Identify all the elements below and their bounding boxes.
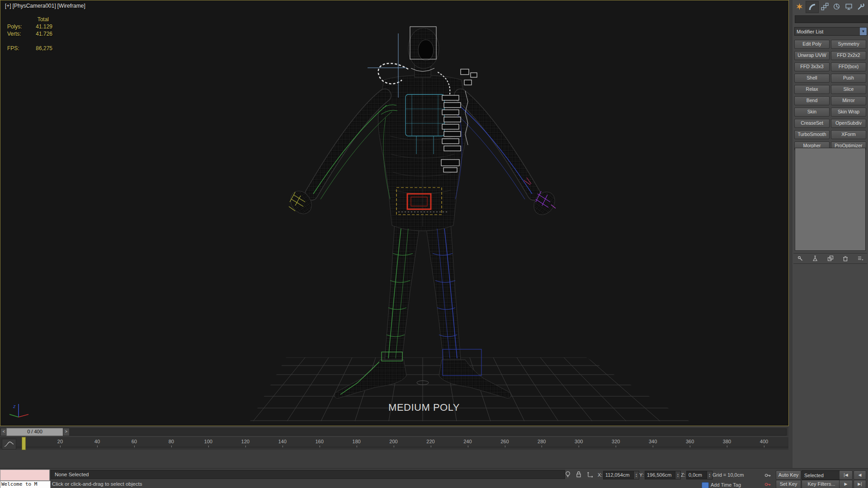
add-time-tag-button[interactable]: Add Time Tag [711, 482, 741, 488]
set-key-button[interactable]: Set Key [776, 480, 801, 488]
command-panel: Modifier List ▼ Edit Poly Symmetry Unwra… [793, 0, 868, 468]
maxscript-listener[interactable]: Welcome to M [0, 481, 51, 488]
motion-icon [833, 3, 840, 10]
viewport[interactable]: z [+] [PhysCamera001] [Wireframe] Total … [0, 0, 789, 426]
modifier-stack-list[interactable] [795, 148, 866, 251]
modifier-button[interactable]: FFD 3x3x3 [794, 62, 830, 71]
previous-frame-button[interactable]: ◀ [854, 470, 866, 480]
key-icon [764, 473, 771, 478]
modifier-button[interactable]: TurboSmooth [794, 130, 830, 139]
trackbar-tick: 120 [241, 439, 250, 444]
tab-display[interactable] [843, 1, 855, 12]
next-frame-arrow[interactable]: > [63, 428, 70, 436]
current-frame-marker[interactable] [22, 437, 26, 450]
go-to-start-button[interactable]: |◀ [839, 470, 853, 480]
modifier-button[interactable]: CreaseSet [794, 119, 830, 128]
mini-curve-editor-button[interactable] [2, 439, 16, 450]
stats-heading: Total [7, 16, 52, 23]
configure-modifier-sets-icon[interactable] [855, 254, 865, 263]
trackbar-tick: 40 [94, 439, 100, 444]
modify-icon [808, 3, 816, 11]
modifier-button[interactable]: OpenSubdiv [831, 119, 866, 128]
trackbar-tick: 80 [169, 439, 174, 444]
coord-z-spinner[interactable]: ▲▼ [707, 471, 712, 479]
trackbar-tick: 240 [463, 439, 472, 444]
display-icon [845, 3, 853, 10]
time-slider-groove[interactable] [69, 428, 787, 436]
modifier-button[interactable]: XForm [831, 130, 866, 139]
character-wireframe[interactable] [286, 28, 559, 398]
remove-modifier-icon[interactable] [840, 254, 850, 263]
isolate-selection-toggle[interactable] [563, 470, 572, 479]
selection-status: None Selected [51, 470, 565, 479]
trackbar-tick: 360 [686, 439, 694, 444]
modifier-button[interactable]: Shell [794, 74, 830, 83]
trackbar-tick: 180 [352, 439, 360, 444]
modifier-button[interactable]: FFD(box) [831, 62, 866, 71]
time-slider-handle[interactable]: 0 / 400 [6, 428, 63, 436]
coord-y-spinner[interactable]: ▲▼ [675, 471, 680, 479]
macro-recorder-pane[interactable] [0, 469, 50, 481]
coord-y-field[interactable]: 196,506cm ▲▼ [645, 471, 681, 479]
stats-fps-value: 86,275 [36, 45, 52, 52]
coord-z-field[interactable]: 0,0cm ▲▼ [686, 471, 712, 479]
hierarchy-icon [821, 3, 829, 10]
modifier-button[interactable]: Symmetry [831, 40, 866, 49]
viewport-menu-shading[interactable]: [Wireframe] [57, 3, 85, 9]
time-slider[interactable]: < 0 / 400 > [0, 427, 788, 436]
viewport-canvas[interactable]: z [0, 0, 788, 425]
viewport-menu-pov[interactable]: [PhysCamera001] [13, 3, 56, 9]
prompt-line: Click or click-and-drag to select object… [52, 481, 142, 487]
coord-z-value: 0,0cm [689, 471, 707, 479]
object-name-field[interactable] [795, 15, 868, 23]
set-key-filter-value: Selected [802, 473, 844, 478]
modifier-button[interactable]: Push [831, 74, 866, 83]
play-button[interactable]: ▶ [839, 480, 853, 488]
modifier-button[interactable]: Skin [794, 108, 830, 117]
trackbar-tick: 320 [612, 439, 620, 444]
tab-modify[interactable] [806, 1, 819, 13]
modifier-button[interactable]: Skin Wrap [831, 108, 866, 117]
lightbulb-icon [565, 471, 571, 478]
modifier-button[interactable]: Slice [831, 85, 866, 94]
modifier-list-label: Modifier List [795, 29, 860, 34]
modifier-button[interactable]: Unwrap UVW [794, 51, 830, 60]
tab-motion[interactable] [830, 1, 843, 12]
auto-key-button[interactable]: Auto Key [776, 470, 801, 480]
viewport-menu-general[interactable]: [+] [5, 3, 11, 9]
set-keys-button[interactable] [763, 480, 772, 488]
time-tag-icon[interactable] [702, 482, 709, 488]
coord-x-spinner[interactable]: ▲▼ [633, 471, 639, 479]
show-end-result-icon[interactable] [810, 254, 820, 263]
absolute-offset-mode-toggle[interactable] [585, 470, 596, 479]
viewport-statistics: Total Polys: 41.129 Verts: 41.726 FPS: 8… [7, 16, 52, 52]
chevron-down-icon[interactable]: ▼ [860, 28, 867, 35]
modifier-button-set: Edit Poly Symmetry Unwrap UVW FFD 2x2x2 … [794, 40, 866, 150]
modifier-button[interactable]: Mirror [831, 96, 866, 105]
transform-axes-icon [587, 471, 594, 478]
modifier-button[interactable]: FFD 2x2x2 [831, 51, 866, 60]
key-filters-button[interactable]: Key Filters... [802, 480, 841, 488]
coord-x-field[interactable]: 112,054cm ▲▼ [603, 471, 639, 479]
coord-y-label: Y: [639, 472, 644, 478]
tab-utilities[interactable] [855, 1, 867, 12]
red-key-icon [764, 482, 771, 487]
make-unique-icon[interactable] [826, 254, 835, 263]
pin-stack-icon[interactable] [795, 254, 805, 263]
coord-z-label: Z: [681, 472, 685, 478]
modifier-button[interactable]: Edit Poly [794, 40, 830, 49]
selection-lock-toggle[interactable] [574, 470, 583, 479]
coord-x-label: X: [598, 472, 602, 478]
curve-icon [4, 441, 14, 447]
trackbar-ruler[interactable]: 0204060801001201401601802002202402602803… [0, 437, 788, 447]
viewport-label: [+] [PhysCamera001] [Wireframe] [5, 3, 85, 9]
set-key-mode-icon[interactable] [763, 471, 772, 479]
modifier-list-dropdown[interactable]: Modifier List ▼ [794, 27, 867, 36]
go-to-end-button[interactable]: ▶| [854, 480, 866, 488]
trackbar-tick: 220 [426, 439, 434, 444]
modifier-button[interactable]: Relax [794, 85, 830, 94]
modifier-button[interactable]: Bend [794, 96, 830, 105]
tab-hierarchy[interactable] [819, 1, 831, 12]
track-bar[interactable]: 0204060801001201401601802002202402602803… [0, 437, 788, 450]
tab-create[interactable] [793, 1, 806, 12]
